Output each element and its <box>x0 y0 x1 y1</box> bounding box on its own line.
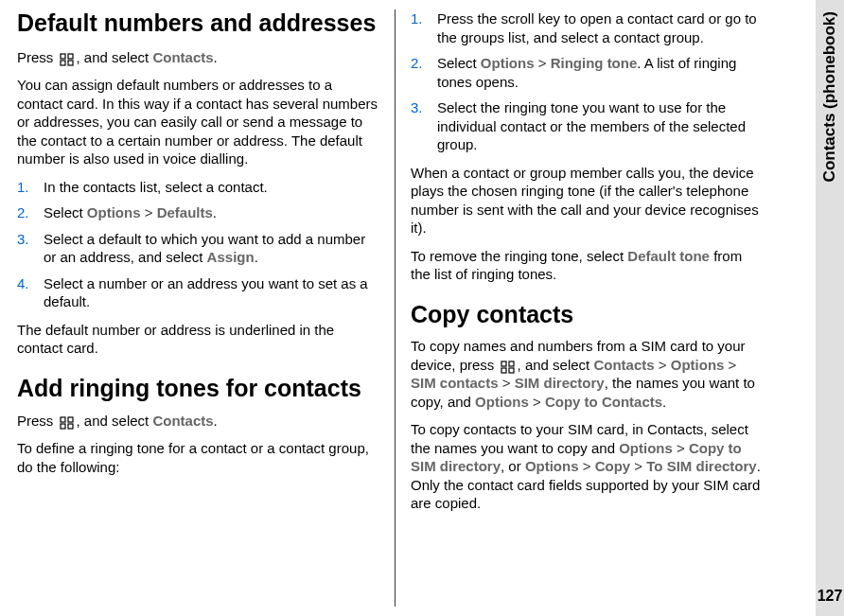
text: > <box>529 394 545 410</box>
menu-label: Defaults <box>157 204 213 220</box>
heading-ringing-tones: Add ringing tones for contacts <box>17 375 379 402</box>
menu-label: Options <box>87 204 141 220</box>
list-item: Select Options > Defaults. <box>17 203 379 222</box>
svg-rect-11 <box>509 368 514 373</box>
list-item: Select a number or an address you want t… <box>17 274 379 311</box>
svg-rect-4 <box>61 417 65 422</box>
text: > <box>499 375 515 391</box>
heading-copy-contacts: Copy contacts <box>411 301 763 328</box>
svg-rect-10 <box>501 368 506 373</box>
text: . <box>213 204 217 220</box>
text: , or <box>501 458 525 474</box>
list-item: In the contacts list, select a contact. <box>17 178 379 197</box>
menu-label: Assign <box>207 249 255 265</box>
steps-list: In the contacts list, select a contact. … <box>17 178 379 311</box>
side-tab: Contacts (phonebook) 127 <box>816 0 844 616</box>
page-number: 127 <box>818 588 843 605</box>
menu-label: To SIM directory <box>646 458 756 474</box>
text: , and select <box>77 49 153 65</box>
text: Press <box>17 413 58 429</box>
text: Select a default to which you want to ad… <box>44 231 365 266</box>
menu-label: Contacts <box>593 357 654 373</box>
text: Press <box>17 49 58 65</box>
svg-rect-7 <box>68 424 73 429</box>
menu-key-icon <box>60 52 75 65</box>
menu-label: Options <box>619 440 673 456</box>
paragraph: Press , and select Contacts. <box>17 412 379 431</box>
menu-key-icon <box>60 415 75 429</box>
text: Select <box>437 55 481 71</box>
svg-rect-2 <box>61 61 65 65</box>
text: > <box>535 55 551 71</box>
text: Select <box>44 204 87 220</box>
svg-rect-5 <box>68 417 73 422</box>
list-item: Select Options > Ringing tone. A list of… <box>411 54 763 91</box>
list-item: Press the scroll key to open a contact c… <box>411 9 763 46</box>
paragraph: To copy names and numbers from a SIM car… <box>411 337 763 411</box>
paragraph: To copy contacts to your SIM card, in Co… <box>411 420 763 513</box>
svg-rect-1 <box>68 54 73 59</box>
text: > <box>630 458 646 474</box>
text: > <box>673 440 689 456</box>
text: In the contacts list, select a contact. <box>44 179 268 195</box>
paragraph: To define a ringing tone for a contact o… <box>17 439 379 476</box>
paragraph: When a contact or group member calls you… <box>411 164 763 238</box>
text: > <box>141 204 157 220</box>
menu-label: Options <box>671 357 725 373</box>
text: > <box>579 458 595 474</box>
menu-label: Contacts <box>152 413 213 429</box>
menu-label: SIM contacts <box>411 375 499 391</box>
text: Press the scroll key to open a contact c… <box>437 10 757 45</box>
menu-label: Options <box>525 458 579 474</box>
paragraph: To remove the ringing tone, select Defau… <box>411 247 763 284</box>
svg-rect-3 <box>68 61 73 65</box>
svg-rect-0 <box>61 54 65 59</box>
menu-label: Options <box>475 394 529 410</box>
text: Select the ringing tone you want to use … <box>437 99 746 152</box>
menu-key-icon <box>501 360 516 373</box>
paragraph: You can assign default numbers or addres… <box>17 76 379 168</box>
page-content: Default numbers and addresses Press , an… <box>0 0 844 616</box>
list-item: Select a default to which you want to ad… <box>17 230 379 267</box>
text: > <box>655 357 671 373</box>
text: . <box>214 413 218 429</box>
paragraph: The default number or address is underli… <box>17 321 379 358</box>
text: . <box>214 49 218 65</box>
steps-list: Press the scroll key to open a contact c… <box>411 9 763 154</box>
text: > <box>724 357 736 373</box>
text: . <box>662 394 666 410</box>
section-label: Contacts (phonebook) <box>820 11 839 182</box>
menu-label: Copy to Contacts <box>545 394 662 410</box>
paragraph: Press , and select Contacts. <box>17 48 379 67</box>
text: Select a number or an address you want t… <box>44 275 368 310</box>
svg-rect-8 <box>501 361 506 366</box>
text: To remove the ringing tone, select <box>411 248 627 264</box>
text: , and select <box>77 413 153 429</box>
menu-label: Options <box>481 55 535 71</box>
menu-label: Contacts <box>152 49 213 65</box>
right-column: Press the scroll key to open a contact c… <box>396 9 774 607</box>
left-column: Default numbers and addresses Press , an… <box>17 9 396 607</box>
text: , and select <box>518 357 594 373</box>
menu-label: Default tone <box>627 248 710 264</box>
list-item: Select the ringing tone you want to use … <box>411 98 763 154</box>
menu-label: Ringing tone <box>551 55 638 71</box>
menu-label: SIM directory <box>515 375 605 391</box>
svg-rect-6 <box>61 424 65 429</box>
text: . <box>255 249 258 265</box>
heading-default-numbers: Default numbers and addresses <box>17 9 379 37</box>
menu-label: Copy <box>595 458 631 474</box>
svg-rect-9 <box>509 361 514 366</box>
